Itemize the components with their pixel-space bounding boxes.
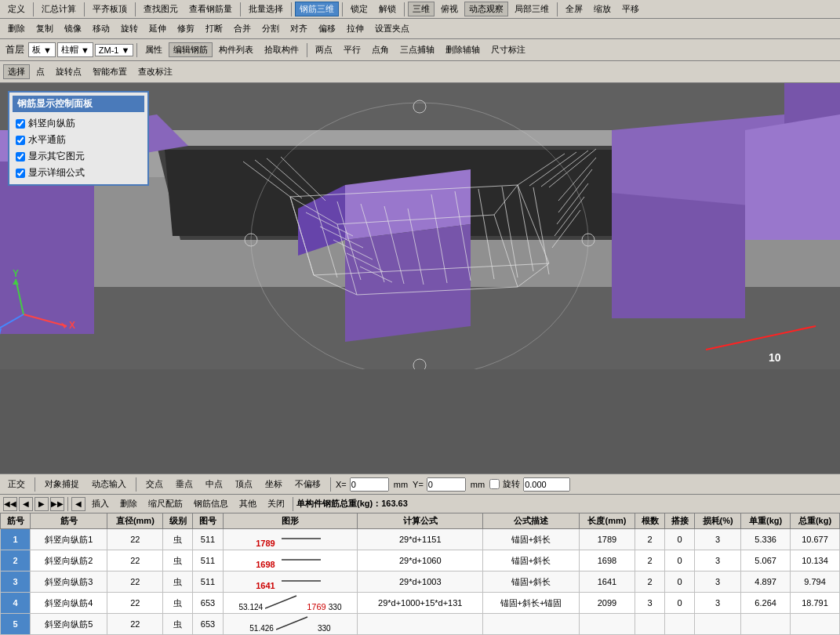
th-loss: 损耗(%): [695, 513, 741, 529]
tb-extend[interactable]: 延伸: [144, 21, 171, 36]
tb-insert[interactable]: 插入: [87, 496, 114, 511]
sb-perp[interactable]: 垂点: [171, 477, 198, 492]
tb-unlock[interactable]: 解锁: [374, 2, 401, 16]
tb-delete-axis[interactable]: 删除辅轴: [441, 42, 485, 57]
tb-define[interactable]: 定义: [3, 2, 30, 16]
tb-calc[interactable]: 汇总计算: [37, 2, 81, 16]
tb-zoom[interactable]: 缩放: [589, 2, 616, 16]
tb-pan[interactable]: 平移: [617, 2, 644, 16]
cell-unit-wt: 6.264: [741, 593, 791, 614]
sb-no-offset[interactable]: 不偏移: [290, 477, 325, 492]
tb-point-angle[interactable]: 点角: [367, 42, 394, 57]
sb-midpoint[interactable]: 中点: [201, 477, 227, 492]
tb-copy[interactable]: 复制: [31, 21, 58, 36]
tb-batch-select[interactable]: 批量选择: [244, 2, 288, 16]
panel-item-2[interactable]: 水平通筋: [13, 132, 144, 148]
main-viewport[interactable]: X Y Z 10 钢筋显示控制面板 斜竖向纵筋 水平通筋 显示其它图元: [0, 83, 840, 474]
tb-rebar-info[interactable]: 钢筋信息: [189, 496, 233, 511]
id-dropdown[interactable]: ZM-1 ▼: [95, 44, 134, 56]
tb-scale-rebar[interactable]: 缩尺配筋: [144, 496, 187, 511]
rotate-input[interactable]: [523, 477, 570, 492]
tb-mirror[interactable]: 镜像: [60, 21, 86, 36]
checkbox-1[interactable]: [16, 119, 25, 129]
cell-loss: [695, 614, 741, 635]
table-row[interactable]: 2斜竖向纵筋222虫5111698 29*d+1060锚固+斜长16982035…: [1, 550, 840, 572]
tb-offset[interactable]: 偏移: [314, 21, 340, 36]
tb-component-list[interactable]: 构件列表: [214, 42, 258, 57]
subtype-dropdown[interactable]: 柱帽 ▼: [57, 42, 93, 57]
nav-last[interactable]: ▶▶: [50, 497, 64, 511]
panel-item-3[interactable]: 显示其它图元: [13, 148, 144, 165]
table-row[interactable]: 3斜竖向纵筋322虫5111641 29*d+1003锚固+斜长16412034…: [1, 572, 840, 593]
tb-find[interactable]: 查找图元: [139, 2, 183, 16]
sb-dynamic-input[interactable]: 动态输入: [87, 477, 131, 492]
tb-topview[interactable]: 俯视: [436, 2, 463, 16]
cell-dia: 22: [107, 572, 163, 593]
panel-item-4[interactable]: 显示详细公式: [13, 165, 144, 181]
nav-next[interactable]: ▶: [35, 497, 49, 511]
sb-endpoint[interactable]: 顶点: [231, 477, 257, 492]
tb-select[interactable]: 选择: [3, 64, 30, 79]
th-lap: 搭接: [665, 513, 695, 529]
nav-prev[interactable]: ◀: [19, 497, 33, 511]
tb-3d[interactable]: 三维: [408, 2, 435, 16]
checkbox-2[interactable]: [16, 136, 25, 145]
tb-point-place[interactable]: 点: [31, 64, 49, 79]
tb-stretch[interactable]: 拉伸: [342, 21, 369, 36]
cell-unit-wt: 5.067: [741, 550, 791, 572]
tb-smart-layout[interactable]: 智能布置: [88, 64, 132, 79]
toolbar-row-2: 删除 复制 镜像 移动 旋转 延伸 修剪 打断 合并 分割 对齐 偏移 拉伸 设…: [0, 19, 840, 39]
type-dropdown[interactable]: 板 ▼: [28, 42, 56, 57]
tb-pick-component[interactable]: 拾取构件: [260, 42, 304, 57]
tb-break[interactable]: 打断: [201, 21, 227, 36]
tb-rebar-3d[interactable]: 钢筋三维: [295, 2, 339, 16]
tb-view-rebar[interactable]: 查看钢筋量: [184, 2, 237, 16]
tb-rotate[interactable]: 旋转: [116, 21, 143, 36]
tb-lock[interactable]: 锁定: [346, 2, 373, 16]
tb-delete[interactable]: 删除: [3, 21, 30, 36]
cell-desc: 锚固+斜长: [483, 529, 580, 550]
tb-split[interactable]: 分割: [257, 21, 284, 36]
tb-fullscreen[interactable]: 全屏: [561, 2, 587, 16]
tb-property[interactable]: 属性: [140, 42, 167, 57]
tb-other[interactable]: 其他: [235, 496, 261, 511]
tb-check-dim[interactable]: 查改标注: [133, 64, 177, 79]
tb-flatten[interactable]: 平齐板顶: [88, 2, 132, 16]
tb-dimension[interactable]: 尺寸标注: [486, 42, 530, 57]
tb-dynamic-observe[interactable]: 动态观察: [464, 2, 508, 16]
tb-two-point[interactable]: 两点: [311, 42, 337, 57]
table-row[interactable]: 1斜竖向纵筋122虫5111789 29*d+1151锚固+斜长17892035…: [1, 529, 840, 550]
checkbox-3[interactable]: [16, 152, 25, 161]
cell-dia: 22: [107, 550, 163, 572]
y-input[interactable]: [427, 477, 466, 492]
tb-trim[interactable]: 修剪: [173, 21, 199, 36]
tb-edit-rebar[interactable]: 编辑钢筋: [169, 42, 213, 57]
panel-item-1[interactable]: 斜竖向纵筋: [13, 115, 144, 132]
nav-prev2[interactable]: ◀: [71, 497, 85, 511]
tb-close[interactable]: 关闭: [263, 496, 289, 511]
tb-local-3d[interactable]: 局部三维: [510, 2, 554, 16]
tb-align[interactable]: 对齐: [285, 21, 312, 36]
app-container: 定义 汇总计算 平齐板顶 查找图元 查看钢筋量 批量选择 钢筋三维 锁定 解锁 …: [0, 0, 840, 635]
nav-first[interactable]: ◀◀: [3, 497, 17, 511]
x-input[interactable]: [350, 477, 389, 492]
checkbox-4[interactable]: [16, 169, 25, 178]
sb-coord[interactable]: 坐标: [260, 477, 287, 492]
svg-line-75: [265, 596, 296, 608]
tb-parallel[interactable]: 平行: [339, 42, 365, 57]
sb-intersect[interactable]: 交点: [141, 477, 168, 492]
sb-ortho[interactable]: 正交: [3, 477, 30, 492]
tb-grip[interactable]: 设置夹点: [370, 21, 414, 36]
cell-unit-wt: [741, 614, 791, 635]
sb-snap[interactable]: 对象捕捉: [40, 477, 84, 492]
tb-rotate-point[interactable]: 旋转点: [51, 64, 86, 79]
tb-three-point-axis[interactable]: 三点捕轴: [395, 42, 439, 57]
table-row[interactable]: 4斜竖向纵筋422虫65353.124 1769 33029*d+1000+15…: [1, 593, 840, 614]
tb-move[interactable]: 移动: [88, 21, 115, 36]
tb-join[interactable]: 合并: [229, 21, 256, 36]
tb-del-row[interactable]: 删除: [115, 496, 142, 511]
control-panel-title: 钢筋显示控制面板: [13, 96, 144, 112]
bottom-toolbar: ◀◀ ◀ ▶ ▶▶ ◀ 插入 删除 缩尺配筋 钢筋信息 其他 关闭 单构件钢筋总…: [0, 494, 840, 513]
table-row[interactable]: 5斜竖向纵筋522虫65351.426 330: [1, 614, 840, 635]
rotate-checkbox[interactable]: [489, 479, 500, 489]
